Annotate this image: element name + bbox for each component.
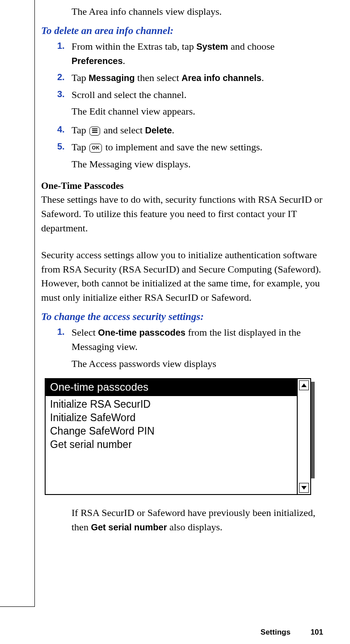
- screenshot-one-time-passcodes: One-time passcodes Initialize RSA SecurI…: [45, 378, 315, 495]
- step-number: 1.: [57, 39, 65, 52]
- ui-label-area-info-channels: Area info channels: [181, 73, 261, 83]
- svg-rect-2: [92, 132, 97, 133]
- step-sec-1: 1. Select One-time passcodes from the li…: [57, 325, 323, 354]
- step-number: 3.: [57, 88, 65, 101]
- svg-marker-4: [301, 486, 307, 490]
- scrollbar: [297, 379, 310, 495]
- task-heading-security: To change the access security settings:: [41, 311, 323, 323]
- ui-label-get-serial-number: Get serial number: [91, 522, 167, 532]
- svg-rect-1: [92, 130, 97, 131]
- section-heading-passcodes: One-Time Passcodes: [41, 180, 323, 192]
- step-4: 4. Tap and select Delete.: [57, 123, 323, 137]
- para-passcodes-1: These settings have to do with, security…: [41, 192, 323, 235]
- step-number: 1.: [57, 325, 65, 338]
- svg-rect-0: [92, 128, 97, 129]
- ui-label-system: System: [196, 42, 228, 51]
- list-item[interactable]: Get serial number: [50, 438, 292, 452]
- step-number: 4.: [57, 123, 65, 136]
- list-item[interactable]: Initialize RSA SecurID: [50, 398, 292, 411]
- list-item[interactable]: Initialize SafeWord: [50, 411, 292, 425]
- menu-icon: [89, 127, 100, 136]
- step-number: 2.: [57, 71, 65, 84]
- step-1: 1. From within the Extras tab, tap Syste…: [57, 39, 323, 68]
- step-5: 5. Tap OK to implement and save the new …: [57, 140, 323, 154]
- screenshot-body: Initialize RSA SecurID Initialize SafeWo…: [46, 396, 297, 495]
- list-item[interactable]: Change SafeWord PIN: [50, 425, 292, 438]
- task-heading-delete-channel: To delete an area info channel:: [41, 25, 323, 37]
- scroll-up-button[interactable]: [299, 380, 309, 390]
- step-text: From within the Extras tab, tap System a…: [72, 41, 274, 66]
- svg-marker-3: [301, 384, 307, 387]
- step-3-extra: The Edit channel view appears.: [72, 104, 323, 119]
- step-number: 5.: [57, 140, 65, 153]
- ui-label-preferences: Preferences: [72, 56, 123, 66]
- step-text: Scroll and select the channel.: [72, 89, 186, 100]
- page-left-border: [34, 0, 35, 606]
- step-sec-1-extra: The Access passwords view displays: [72, 357, 323, 371]
- ui-label-onetime-passcodes: One-time passcodes: [98, 328, 186, 337]
- intro-text: The Area info channels view displays.: [41, 4, 323, 19]
- scroll-down-button[interactable]: [299, 483, 309, 493]
- page-bottom-border: [0, 606, 35, 607]
- step-3: 3. Scroll and select the channel.: [57, 88, 323, 102]
- step-text: Select One-time passcodes from the list …: [72, 327, 301, 352]
- footer-page-number: 101: [311, 628, 323, 636]
- footer: Settings 101: [261, 628, 323, 637]
- para-passcodes-2: Security access settings allow you to in…: [41, 248, 323, 305]
- ui-label-delete: Delete: [145, 125, 172, 135]
- ui-label-messaging: Messaging: [89, 73, 135, 83]
- screenshot-title: One-time passcodes: [46, 379, 297, 396]
- footer-section: Settings: [261, 628, 291, 636]
- after-screenshot-text: If RSA SecurID or Safeword have previous…: [72, 506, 323, 534]
- step-text: Tap OK to implement and save the new set…: [72, 141, 262, 153]
- ok-icon: OK: [89, 144, 102, 153]
- step-5-extra: The Messaging view displays.: [72, 157, 323, 171]
- step-text: Tap Messaging then select Area info chan…: [72, 72, 264, 83]
- step-text: Tap and select Delete.: [72, 124, 174, 136]
- step-2: 2. Tap Messaging then select Area info c…: [57, 71, 323, 85]
